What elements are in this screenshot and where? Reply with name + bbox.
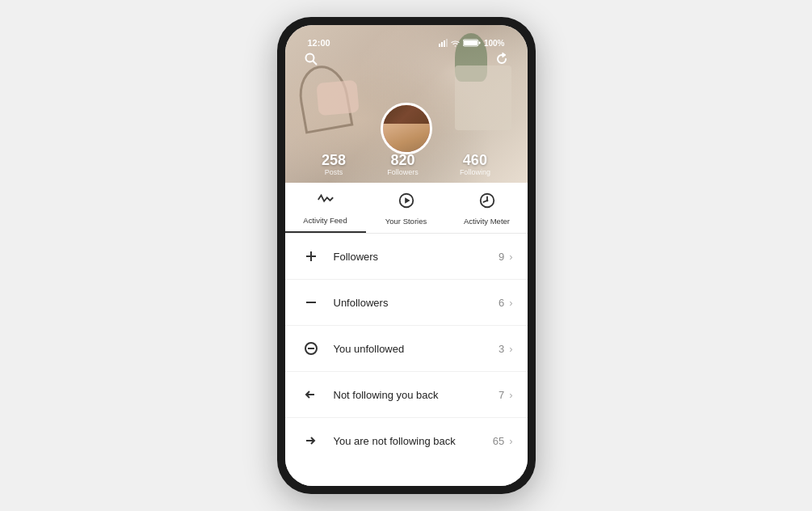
your-stories-icon [398,192,415,213]
list-item-you-unfollowed[interactable]: You unfollowed 3 › [285,326,528,372]
tab-activity-meter[interactable]: Activity Meter [447,183,528,233]
svg-marker-10 [405,197,410,203]
profile-header: 12:00 [285,25,528,183]
not-following-back-label: Not following you back [334,389,499,401]
phone-screen: 12:00 [285,25,528,486]
you-unfollowed-icon [300,337,322,360]
list-item-unfollowers[interactable]: Unfollowers 6 › [285,280,528,326]
status-bar: 12:00 [293,33,520,51]
svg-rect-3 [446,39,448,47]
battery-icon [463,39,481,47]
phone-frame: 12:00 [277,17,536,494]
tab-activity-feed[interactable]: Activity Feed [285,183,366,233]
stat-posts: 258 Posts [322,153,346,176]
svg-rect-1 [441,42,443,47]
svg-rect-6 [478,42,480,44]
signal-icon [439,39,448,47]
posts-label: Posts [322,168,346,176]
activity-feed-icon [317,191,334,213]
search-icon [304,52,318,66]
followers-icon [300,245,322,268]
stats-bar: 258 Posts 820 Followers 460 Following [285,146,528,183]
following-label: Following [460,168,490,176]
you-unfollowed-count: 3 [499,343,504,355]
stat-following: 460 Following [460,153,490,176]
tab-activity-feed-label: Activity Feed [303,216,347,225]
unfollowers-count: 6 [499,297,504,309]
followers-label: Followers [387,168,419,176]
not-following-back-you-icon [300,429,322,452]
wifi-icon [451,40,460,47]
posts-number: 258 [322,153,346,167]
battery-percent: 100% [484,39,505,48]
activity-meter-icon [478,192,496,213]
svg-point-7 [305,54,313,62]
list-item-not-following-back[interactable]: Not following you back 7 › [285,372,528,418]
svg-line-8 [313,61,317,65]
status-time: 12:00 [308,38,330,48]
followers-item-label: Followers [334,251,499,263]
not-following-back-you-chevron: › [509,435,512,447]
followers-number: 820 [387,153,419,167]
followers-count: 9 [499,251,504,263]
not-following-back-icon [300,383,322,406]
not-following-back-chevron: › [509,389,512,401]
tab-your-stories[interactable]: Your Stories [366,183,447,233]
you-unfollowed-chevron: › [509,343,512,355]
stat-followers: 820 Followers [387,153,419,176]
refresh-icon [494,52,509,66]
content-list: Followers 9 › Unfollowers 6 › [285,234,528,486]
svg-rect-0 [439,44,440,47]
svg-rect-5 [464,40,478,45]
svg-rect-2 [444,40,445,47]
tab-your-stories-label: Your Stories [385,217,427,226]
tabs-bar: Activity Feed Your Stories [285,183,528,234]
unfollowers-icon [300,291,322,314]
tab-activity-meter-label: Activity Meter [464,217,510,226]
status-icons: 100% [439,39,505,48]
refresh-button[interactable] [490,48,513,70]
following-number: 460 [460,153,490,167]
followers-chevron: › [509,251,512,263]
unfollowers-item-label: Unfollowers [334,297,499,309]
not-following-back-you-label: You are not following back [334,435,493,447]
list-item-followers[interactable]: Followers 9 › [285,234,528,280]
svg-point-12 [486,200,488,202]
list-item-not-following-back-you[interactable]: You are not following back 65 › [285,418,528,463]
you-unfollowed-item-label: You unfollowed [334,343,499,355]
search-button[interactable] [300,48,322,70]
hero-actions [285,48,528,70]
not-following-back-you-count: 65 [493,435,504,447]
not-following-back-count: 7 [499,389,504,401]
unfollowers-chevron: › [509,297,512,309]
